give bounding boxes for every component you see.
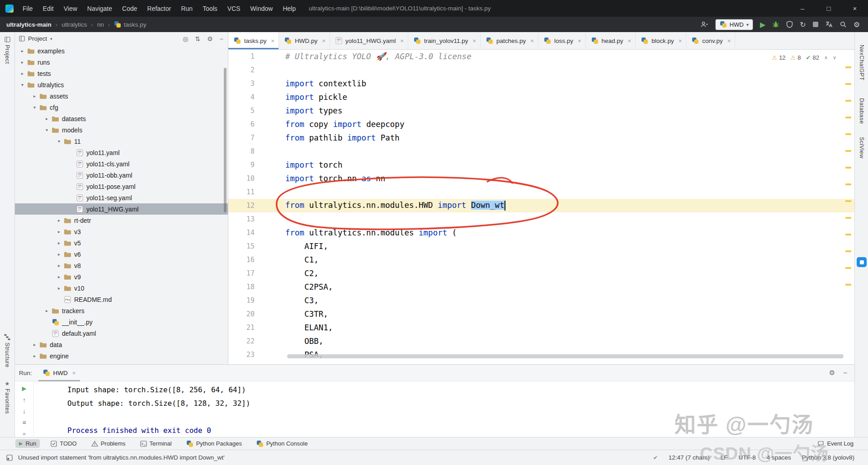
editor-tab-block.py[interactable]: block.py×	[636, 32, 686, 49]
code-line[interactable]: 14from ultralytics.nn.modules import (	[228, 226, 854, 240]
warning-stripe-mark[interactable]	[845, 200, 851, 202]
tree-item-default.yaml[interactable]: default.yaml	[15, 328, 228, 339]
previous-problem-icon[interactable]: ∧	[824, 55, 828, 61]
tree-chevron-icon[interactable]: ▸	[31, 342, 38, 347]
line-number[interactable]: 10	[228, 174, 255, 183]
hide-panel-icon[interactable]: −	[220, 35, 223, 42]
line-number[interactable]: 11	[228, 188, 255, 196]
menu-edit[interactable]: Edit	[38, 3, 58, 14]
translate-icon[interactable]	[825, 21, 833, 28]
menu-file[interactable]: File	[18, 3, 38, 14]
line-number[interactable]: 16	[228, 256, 255, 264]
warning-stripe-mark[interactable]	[845, 284, 851, 286]
code-line[interactable]: 3import contextlib	[228, 77, 854, 90]
debug-button[interactable]	[772, 21, 779, 28]
close-icon[interactable]: ×	[401, 38, 404, 44]
close-icon[interactable]: ×	[727, 38, 731, 44]
line-number[interactable]: 12	[228, 202, 255, 210]
warning-stripe-mark[interactable]	[845, 183, 851, 185]
tree-item-trackers[interactable]: ▸trackers	[15, 305, 228, 316]
menu-tools[interactable]: Tools	[198, 3, 222, 14]
close-button[interactable]: ×	[842, 0, 868, 17]
run-settings-gear-icon[interactable]: ⚙	[829, 369, 835, 377]
maximize-button[interactable]: □	[816, 0, 842, 17]
code-line[interactable]: 2	[228, 63, 854, 77]
code-line[interactable]: 16 C1,	[228, 253, 854, 267]
tree-chevron-icon[interactable]: ▸	[55, 218, 63, 223]
tree-chevron-icon[interactable]: ▾	[55, 139, 63, 144]
tree-item-v6[interactable]: ▸v6	[15, 249, 228, 260]
code-line[interactable]: 17 C2,	[228, 267, 854, 280]
stop-button[interactable]	[813, 22, 818, 27]
line-number[interactable]: 19	[228, 296, 255, 305]
menu-window[interactable]: Window	[246, 3, 278, 14]
code-line[interactable]: 21 ELAN1,	[228, 321, 854, 334]
editor-tab-yolo11_HWG.yaml[interactable]: yolo11_HWG.yaml×	[330, 32, 408, 49]
tree-chevron-icon[interactable]: ▸	[55, 263, 63, 268]
code-line[interactable]: 15 AIFI,	[228, 240, 854, 253]
line-number[interactable]: 5	[228, 107, 255, 115]
line-number[interactable]: 8	[228, 147, 255, 155]
tree-item-README.md[interactable]: README.md	[15, 294, 228, 305]
tree-chevron-icon[interactable]: ▸	[43, 308, 51, 313]
menu-vcs[interactable]: VCS	[223, 3, 245, 14]
tree-item-examples[interactable]: ▸examples	[15, 45, 228, 56]
line-number[interactable]: 7	[228, 134, 255, 142]
warning-stripe-mark[interactable]	[845, 100, 851, 102]
toolwindow-button-python-packages[interactable]: Python Packages	[183, 439, 245, 448]
tool-button-project[interactable]: Project	[0, 37, 14, 64]
tree-chevron-icon[interactable]: ▸	[19, 60, 26, 65]
tree-item-yolo11-obb.yaml[interactable]: yolo11-obb.yaml	[15, 169, 228, 181]
toolwindow-button-todo[interactable]: TODO	[47, 439, 80, 448]
tree-item-v8[interactable]: ▸v8	[15, 260, 228, 271]
line-number[interactable]: 3	[228, 80, 255, 88]
status-widget-1[interactable]: LF	[721, 454, 728, 461]
tree-chevron-icon[interactable]: ▸	[31, 353, 38, 358]
warning-stripe-mark[interactable]	[845, 250, 851, 252]
warning-stripe-mark[interactable]	[845, 66, 851, 68]
code-line[interactable]: 11	[228, 185, 854, 199]
tree-chevron-icon[interactable]: ▸	[55, 274, 63, 279]
code-line[interactable]: 10import torch.nn as nn	[228, 172, 854, 185]
close-icon[interactable]: ×	[472, 38, 476, 44]
next-problem-icon[interactable]: ∨	[833, 55, 836, 61]
run-button[interactable]: ▶	[760, 20, 765, 29]
plugin-badge-icon[interactable]	[857, 257, 867, 267]
tool-window-switcher-icon[interactable]	[6, 455, 13, 461]
close-icon[interactable]: ×	[271, 38, 275, 44]
tree-chevron-icon[interactable]: ▸	[43, 116, 51, 121]
line-number[interactable]: 18	[228, 283, 255, 291]
status-widget-3[interactable]: 4 spaces	[767, 454, 791, 461]
close-icon[interactable]: ×	[530, 38, 534, 44]
close-icon[interactable]: ×	[578, 38, 581, 44]
tool-button-favorites[interactable]: ★ Favorites	[0, 381, 14, 414]
tree-chevron-icon[interactable]: ▸	[55, 229, 63, 234]
line-number[interactable]: 17	[228, 269, 255, 277]
line-number[interactable]: 6	[228, 120, 255, 128]
project-panel-title[interactable]: Project	[28, 35, 47, 42]
status-widget-2[interactable]: UTF-8	[738, 454, 755, 461]
breadcrumb-item[interactable]: ultralytics-main	[6, 21, 52, 28]
line-number[interactable]: 14	[228, 229, 255, 237]
tool-button-database[interactable]: Database	[855, 98, 868, 124]
tree-item-__init__.py[interactable]: __init__.py	[15, 316, 228, 328]
line-number[interactable]: 13	[228, 215, 255, 223]
tree-item-yolo11-seg.yaml[interactable]: yolo11-seg.yaml	[15, 192, 228, 203]
line-number[interactable]: 2	[228, 66, 255, 74]
tree-item-models[interactable]: ▾models	[15, 124, 228, 136]
profiler-button[interactable]: ↻	[800, 20, 806, 29]
close-icon[interactable]: ×	[322, 38, 326, 44]
tree-item-yolo11-cls.yaml[interactable]: yolo11-cls.yaml	[15, 158, 228, 169]
hide-run-panel-icon[interactable]: −	[843, 369, 847, 377]
menu-help[interactable]: Help	[278, 3, 300, 14]
tree-item-v10[interactable]: ▸v10	[15, 282, 228, 294]
code-line[interactable]: 18 C2PSA,	[228, 280, 854, 294]
toolwindow-button-problems[interactable]: Problems	[88, 439, 129, 448]
overflow-icon[interactable]: »	[23, 431, 26, 437]
up-stack-icon[interactable]: ↑	[23, 397, 26, 403]
tree-item-yolo11-pose.yaml[interactable]: yolo11-pose.yaml	[15, 181, 228, 192]
tree-item-rt-detr[interactable]: ▸rt-detr	[15, 215, 228, 226]
tool-button-structure[interactable]: Structure	[0, 334, 14, 367]
breadcrumb-item[interactable]: nn	[97, 21, 104, 28]
line-number[interactable]: 15	[228, 242, 255, 250]
